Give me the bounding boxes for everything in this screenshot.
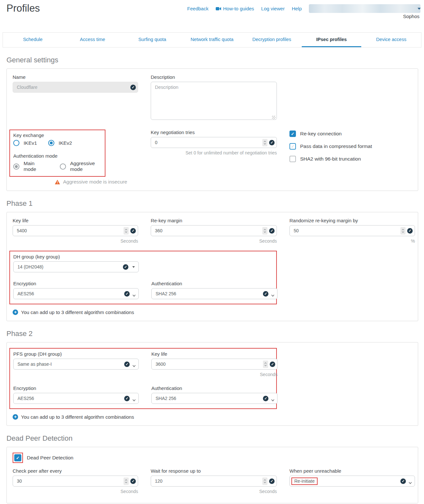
p1-dh-group-select[interactable]: 14 (DH2048)	[13, 261, 139, 272]
p2-key-life-input[interactable]	[151, 359, 277, 370]
radio-ikev1-label: IKEv1	[24, 140, 37, 146]
profiles-tabbar: Schedule Access time Surfing quota Netwo…	[3, 32, 421, 47]
compressed-format-checkbox[interactable]	[289, 143, 296, 150]
chevron-down-icon	[132, 363, 136, 369]
page-header: Profiles Feedback How-to guides Log view…	[0, 0, 424, 32]
sha2-truncation-label: SHA2 with 96-bit truncation	[300, 156, 361, 162]
radio-ikev2[interactable]	[48, 140, 54, 146]
howto-guides-link[interactable]: How-to guides	[216, 6, 254, 11]
rekey-connection-label: Re-key connection	[300, 131, 342, 137]
valid-check-icon	[123, 264, 128, 270]
sha2-truncation-checkbox[interactable]	[289, 156, 296, 162]
p2-add-combination-note: You can add up to 3 different algorithm …	[13, 414, 412, 420]
p1-randomize-label: Randomize re-keying margin by	[289, 218, 415, 223]
rekey-connection-row: Re-key connection	[289, 131, 415, 137]
device-selector-dropdown[interactable]	[309, 4, 420, 13]
annotation-box-reinitiate: Re-initiate	[291, 478, 318, 485]
p1-authentication-select[interactable]: SHA2 256	[151, 288, 277, 299]
key-exchange-block: Key exchange IKEv1 IKEv2 Authentication …	[13, 130, 138, 185]
auth-mode-label: Authentication mode	[13, 153, 105, 159]
p2-authentication-select[interactable]: SHA2 256	[151, 393, 277, 404]
options-checkbox-list: Re-key connection Pass data in compresse…	[289, 130, 415, 162]
number-spinner[interactable]	[262, 227, 267, 235]
plus-circle-icon[interactable]	[13, 414, 18, 420]
number-spinner[interactable]	[400, 227, 406, 235]
name-input[interactable]	[13, 82, 138, 93]
tab-decryption-profiles[interactable]: Decryption profiles	[242, 33, 302, 47]
chevron-down-icon	[132, 292, 136, 298]
p2-key-life-unit: Seconds	[151, 372, 277, 377]
rekey-connection-checkbox[interactable]	[289, 131, 296, 137]
description-label: Description	[151, 74, 277, 80]
plus-circle-icon[interactable]	[13, 310, 18, 315]
resize-grip-icon[interactable]	[272, 116, 276, 119]
help-link[interactable]: Help	[292, 6, 302, 11]
compressed-format-row: Pass data in compressed format	[289, 143, 415, 150]
dpd-check-peer-input[interactable]	[13, 476, 138, 487]
number-spinner[interactable]	[124, 478, 129, 485]
p1-randomize-unit: %	[289, 238, 415, 244]
tab-network-traffic-quota[interactable]: Network traffic quota	[182, 33, 242, 47]
tab-surfing-quota[interactable]: Surfing quota	[122, 33, 182, 47]
p1-encryption-select[interactable]: AES256	[13, 288, 139, 299]
p2-encryption-select[interactable]: AES256	[13, 393, 139, 404]
radio-aggressive-mode[interactable]	[60, 163, 66, 170]
p1-dh-group-label: DH group (key group)	[13, 254, 139, 259]
p1-key-life-input[interactable]	[13, 225, 138, 236]
radio-ikev1[interactable]	[13, 140, 19, 146]
radio-main-mode[interactable]	[13, 163, 19, 170]
dpd-wait-input[interactable]	[151, 476, 277, 487]
number-spinner[interactable]	[263, 361, 268, 368]
description-textarea[interactable]	[151, 82, 277, 120]
p2-key-life-block: Key life Seconds	[151, 351, 277, 377]
header-nav: Feedback How-to guides Log viewer Help	[187, 4, 420, 13]
p2-pfs-group-select[interactable]: Same as phase-I	[13, 359, 139, 370]
annotation-box-phase1-algorithms: DH group (key group) 14 (DH2048) Encrypt…	[9, 251, 277, 304]
number-spinner[interactable]	[262, 478, 267, 485]
key-exchange-label: Key exchange	[13, 132, 105, 138]
dpd-unreachable-block: When peer unreachable Re-initiate	[289, 468, 415, 487]
p1-randomize-block: Randomize re-keying margin by %	[289, 218, 415, 244]
valid-check-icon	[400, 478, 406, 484]
dpd-checkbox[interactable]	[14, 454, 21, 461]
log-viewer-link[interactable]: Log viewer	[261, 6, 285, 11]
phase1-card: Key life Seconds Re-key margin Seconds R…	[6, 212, 418, 321]
feedback-link[interactable]: Feedback	[187, 6, 209, 11]
p2-encryption-label: Encryption	[13, 385, 139, 391]
dpd-unreachable-select[interactable]: Re-initiate	[289, 476, 415, 487]
phase2-heading: Phase 2	[6, 330, 418, 338]
chevron-down-icon	[418, 8, 421, 10]
valid-check-icon	[130, 85, 136, 90]
p1-key-life-block: Key life Seconds	[13, 218, 138, 244]
valid-check-icon	[270, 362, 275, 367]
dpd-wait-label: Wait for response up to	[151, 468, 277, 474]
sha2-truncation-row: SHA2 with 96-bit truncation	[289, 156, 415, 162]
number-spinner[interactable]	[262, 139, 267, 146]
p1-authentication-block: Authentication SHA2 256	[151, 281, 277, 299]
dpd-heading: Dead Peer Detection	[6, 434, 418, 443]
phase1-heading: Phase 1	[6, 199, 418, 208]
p1-rekey-margin-input[interactable]	[151, 225, 277, 236]
key-negotiation-label: Key negotiation tries	[151, 130, 277, 135]
p1-randomize-input[interactable]	[289, 225, 415, 236]
p1-rekey-margin-block: Re-key margin Seconds	[151, 218, 277, 244]
name-field-block: Name	[13, 74, 138, 93]
p2-key-life-label: Key life	[151, 351, 277, 357]
tab-device-access[interactable]: Device access	[361, 33, 421, 47]
key-negotiation-input[interactable]	[151, 137, 277, 148]
chevron-down-icon	[132, 266, 135, 268]
dpd-wait-unit: Seconds	[151, 489, 277, 494]
tab-ipsec-profiles[interactable]: IPsec profiles	[302, 33, 362, 47]
tab-schedule[interactable]: Schedule	[3, 33, 63, 47]
compressed-format-label: Pass data in compressed format	[300, 143, 372, 149]
valid-check-icon	[124, 396, 130, 401]
p1-dh-group-block: DH group (key group) 14 (DH2048)	[13, 254, 139, 272]
valid-check-icon	[263, 291, 268, 297]
number-spinner[interactable]	[124, 227, 129, 235]
phase2-card: PFS group (DH group) Same as phase-I Key…	[6, 342, 418, 426]
radio-aggressive-mode-label: Aggressive mode	[70, 161, 105, 172]
tab-access-time[interactable]: Access time	[63, 33, 123, 47]
annotation-box-phase2-algorithms: PFS group (DH group) Same as phase-I Key…	[9, 348, 277, 409]
dpd-check-peer-block: Check peer after every Seconds	[13, 468, 138, 494]
description-field-block: Description	[151, 74, 277, 121]
